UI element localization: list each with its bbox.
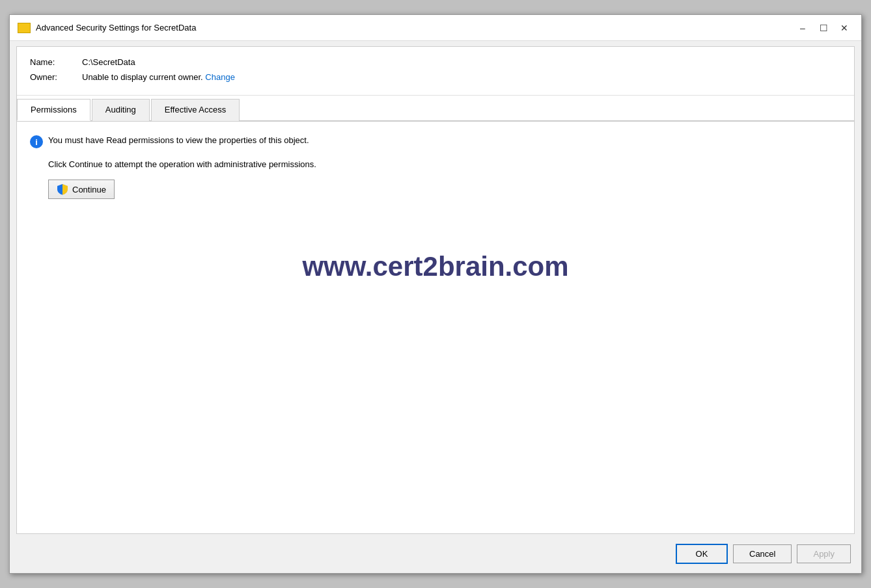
name-value: C:\SecretData [82,57,135,67]
name-label: Name: [30,57,82,67]
continue-button[interactable]: Continue [48,180,115,199]
info-icon: i [30,135,43,148]
watermark-text: www.cert2brain.com [30,251,841,282]
permission-notice: i You must have Read permissions to view… [30,135,841,148]
tabs-bar: Permissions Auditing Effective Access [17,96,854,122]
title-bar-left: Advanced Security Settings for SecretDat… [18,23,196,33]
info-section: Name: C:\SecretData Owner: Unable to dis… [17,47,854,96]
minimize-button[interactable]: – [794,21,812,35]
title-bar-controls: – ☐ ✕ [794,21,853,35]
ok-button[interactable]: OK [676,544,728,564]
bottom-bar: OK Cancel Apply [10,534,861,573]
tab-permissions[interactable]: Permissions [17,99,90,121]
tab-content: i You must have Read permissions to view… [17,122,854,533]
close-button[interactable]: ✕ [835,21,853,35]
change-owner-link[interactable]: Change [205,72,235,82]
cancel-button[interactable]: Cancel [733,544,792,563]
tab-effective-access[interactable]: Effective Access [151,99,240,121]
owner-label: Owner: [30,72,82,82]
continue-instruction-text: Click Continue to attempt the operation … [48,159,841,170]
permission-notice-text: You must have Read permissions to view t… [48,135,309,146]
name-row: Name: C:\SecretData [30,57,841,67]
continue-button-label: Continue [72,185,106,194]
main-window: Advanced Security Settings for SecretDat… [9,14,862,574]
content-area: Name: C:\SecretData Owner: Unable to dis… [16,46,855,534]
shield-uac-icon [57,183,68,195]
window-title: Advanced Security Settings for SecretDat… [36,23,196,33]
apply-button[interactable]: Apply [797,544,851,563]
title-bar: Advanced Security Settings for SecretDat… [10,15,861,41]
maximize-button[interactable]: ☐ [814,21,833,35]
owner-value: Unable to display current owner. [82,72,203,82]
folder-icon [18,23,31,33]
owner-row: Owner: Unable to display current owner. … [30,72,841,82]
tab-auditing[interactable]: Auditing [92,99,150,121]
